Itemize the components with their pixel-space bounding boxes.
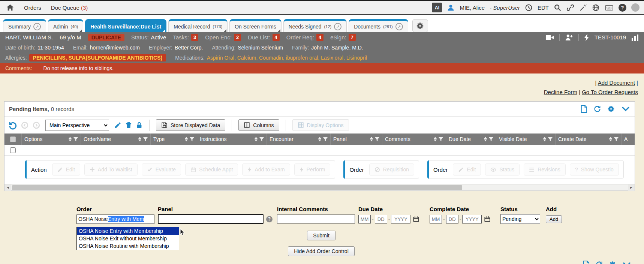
show-questions-button[interactable]: ? Show Questio	[570, 164, 619, 176]
sort-icon[interactable]	[318, 137, 321, 141]
schedule-appt-button[interactable]: Schedule Appt	[185, 164, 238, 176]
add-document-link[interactable]: Add Document	[598, 80, 635, 86]
columns-button[interactable]: Columns	[238, 119, 279, 131]
ai-badge[interactable]: AI	[432, 3, 442, 12]
user-name[interactable]: MIE, Alice	[460, 4, 485, 11]
patient-name[interactable]: HART, WILLIAM S.	[5, 34, 53, 40]
perform-button[interactable]: Perform	[294, 164, 331, 176]
popout-icon[interactable]: ↗	[33, 23, 41, 30]
tasks-count-badge[interactable]: 3	[191, 34, 198, 41]
complete-month-input[interactable]	[430, 215, 442, 224]
sort-icon[interactable]	[434, 137, 437, 141]
tab-admin[interactable]: Admin (40)	[48, 19, 83, 32]
avatar[interactable]	[631, 3, 640, 12]
column-header-due-date[interactable]: Due Date	[446, 134, 496, 145]
add-order-button[interactable]: Add	[546, 215, 562, 223]
filter-funnel-icon[interactable]	[259, 137, 264, 141]
filter-funnel-icon[interactable]	[323, 137, 328, 141]
collapse-chevron-icon[interactable]	[622, 261, 631, 264]
order-autocomplete-input[interactable]: OSHA Noise Entry with Mem	[76, 214, 154, 224]
sort-icon[interactable]	[370, 137, 373, 141]
sort-icon[interactable]	[69, 137, 72, 141]
due-year-input[interactable]	[391, 215, 410, 224]
evaluate-button[interactable]: Evaluate	[142, 164, 181, 176]
home-icon[interactable]	[6, 3, 14, 12]
due-list-count-badge[interactable]: 4	[273, 34, 280, 41]
calendar-icon[interactable]	[484, 216, 491, 222]
refresh-icon[interactable]	[595, 261, 603, 264]
column-header-partial[interactable]: A	[622, 134, 637, 145]
link-icon[interactable]	[566, 4, 574, 12]
add-person-icon[interactable]	[565, 34, 573, 41]
keyboard-icon[interactable]	[605, 4, 614, 12]
tab-needs-signed[interactable]: Needs Signed (12) ↗	[283, 19, 347, 32]
status-select[interactable]: Pending	[500, 214, 540, 224]
filter-funnel-icon[interactable]	[73, 137, 78, 141]
scroll-right-arrow[interactable]: ►	[628, 184, 635, 191]
status-button[interactable]: Status	[485, 164, 520, 176]
dropdown-option[interactable]: OSHA Noise Exit without Membership	[77, 235, 179, 242]
tab-documents[interactable]: Documents (281) ↗	[349, 19, 408, 32]
lightning-icon[interactable]	[584, 34, 589, 41]
lock-icon[interactable]	[136, 122, 143, 129]
popout-icon[interactable]: ↗	[334, 23, 341, 30]
filter-funnel-icon[interactable]	[375, 137, 379, 141]
complete-day-input[interactable]	[446, 215, 458, 224]
video-camera-icon[interactable]	[545, 34, 554, 41]
sort-icon[interactable]	[543, 137, 546, 141]
filter-funnel-icon[interactable]	[439, 137, 443, 141]
tab-summary[interactable]: Summary ↗	[3, 19, 46, 32]
sort-icon[interactable]	[255, 137, 258, 141]
nav-orders[interactable]: Orders	[24, 4, 41, 11]
filter-funnel-icon[interactable]	[489, 137, 493, 141]
duplicate-badge[interactable]: DUPLICATE	[88, 34, 124, 41]
filter-funnel-icon[interactable]	[548, 137, 553, 141]
tab-settings-button[interactable]	[412, 19, 428, 32]
help-icon[interactable]: ?	[619, 4, 626, 12]
dropdown-option-highlighted[interactable]: OSHA Noise Entry with Membership	[77, 227, 179, 235]
edit-button[interactable]: Edit	[52, 164, 80, 176]
store-displayed-data-button[interactable]: Store Displayed Data	[156, 119, 225, 131]
open-enc-count-badge[interactable]: 2	[234, 34, 241, 41]
column-header-visible-date[interactable]: Visible Date	[496, 134, 556, 145]
scrollbar-track[interactable]	[11, 184, 628, 191]
decline-form-link[interactable]: Decline Form	[544, 89, 577, 95]
column-header-ordername[interactable]: OrderName	[81, 134, 151, 145]
go-to-order-requests-link[interactable]: Go To Order Requests	[582, 89, 638, 95]
search-icon[interactable]	[554, 4, 562, 12]
new-document-icon[interactable]	[580, 105, 587, 113]
due-day-input[interactable]	[375, 215, 387, 224]
column-header-comments[interactable]: Comments	[382, 134, 446, 145]
requisition-button[interactable]: Requisition	[369, 164, 414, 176]
chart-icon[interactable]	[631, 34, 639, 41]
esign-count-badge[interactable]: 7	[349, 34, 356, 41]
tab-on-screen-forms[interactable]: On Screen Forms	[229, 19, 281, 32]
order-edit-button[interactable]: Edit	[453, 164, 481, 176]
add-to-exam-button[interactable]: Add to Exam	[242, 164, 290, 176]
edit-perspective-pencil-icon[interactable]	[114, 122, 121, 129]
submit-button[interactable]: Submit	[307, 231, 335, 240]
history-forward-icon[interactable]	[32, 121, 40, 129]
column-header-instructions[interactable]: Instructions	[197, 134, 267, 145]
hide-add-order-control-button[interactable]: Hide Add Order Control	[288, 246, 355, 256]
scroll-left-arrow[interactable]: ◄	[4, 184, 11, 191]
column-header-type[interactable]: Type	[151, 134, 197, 145]
gear-icon[interactable]	[607, 105, 615, 113]
medications-list[interactable]: Aspirin Oral, Calcium, Coumadin, ibuprof…	[207, 55, 367, 61]
panel-input[interactable]	[158, 214, 264, 224]
collapse-chevron-icon[interactable]	[621, 105, 630, 113]
row-checkbox[interactable]	[10, 147, 16, 153]
help-circle-icon[interactable]: ?	[266, 216, 273, 222]
internal-comments-input[interactable]	[277, 214, 355, 224]
wand-icon[interactable]	[579, 4, 587, 12]
refresh-icon[interactable]	[593, 105, 601, 113]
popout-icon[interactable]: ↗	[395, 23, 403, 30]
column-header-options[interactable]: Options	[22, 134, 81, 145]
nav-doc-queue[interactable]: Doc Queue (3)	[51, 4, 88, 11]
complete-year-input[interactable]	[462, 215, 482, 224]
clock-icon[interactable]	[525, 4, 533, 12]
filter-funnel-icon[interactable]	[190, 137, 194, 141]
column-header-encounter[interactable]: Encounter	[267, 134, 331, 145]
filter-funnel-icon[interactable]	[143, 137, 148, 141]
add-to-waitlist-button[interactable]: Add To Waitlist	[84, 164, 138, 176]
